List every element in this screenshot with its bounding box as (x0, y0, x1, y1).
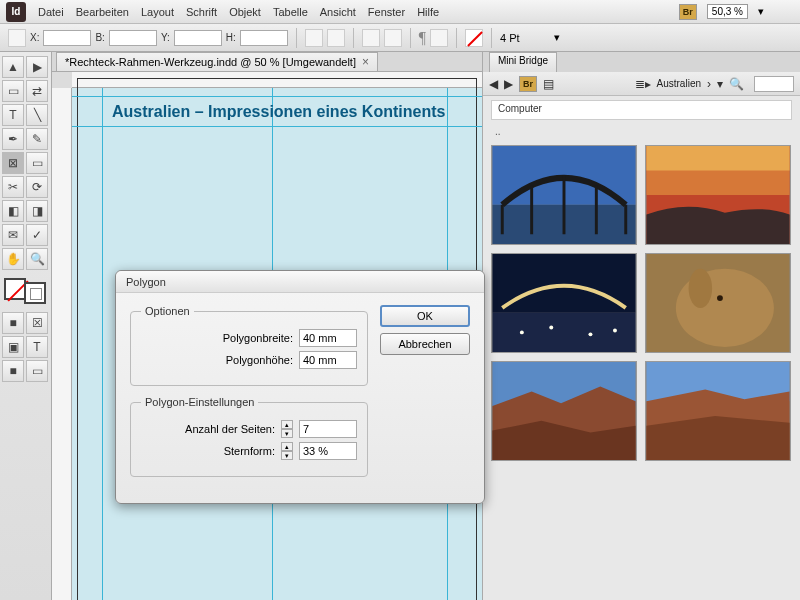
hand-tool-icon[interactable]: ✋ (2, 248, 24, 270)
direct-selection-tool-icon[interactable]: ▶ (26, 56, 48, 78)
scale-icon[interactable] (327, 29, 345, 47)
sides-spinner[interactable]: ▴▾ (281, 420, 293, 438)
svg-rect-4 (646, 146, 789, 171)
transform-tool-icon[interactable]: ⟳ (26, 176, 48, 198)
pen-tool-icon[interactable]: ✒ (2, 128, 24, 150)
menu-file[interactable]: Datei (38, 6, 64, 18)
chevron-right-icon[interactable]: › (707, 77, 711, 91)
menu-table[interactable]: Tabelle (273, 6, 308, 18)
x-field[interactable] (43, 30, 91, 46)
zoom-tool-icon[interactable]: 🔍 (26, 248, 48, 270)
flip-v-icon[interactable] (384, 29, 402, 47)
menu-help[interactable]: Hilfe (417, 6, 439, 18)
star-label: Sternform: (141, 445, 275, 457)
settings-legend: Polygon-Einstellungen (141, 396, 258, 408)
y-field[interactable] (174, 30, 222, 46)
options-legend: Optionen (141, 305, 194, 317)
menu-bar: Id Datei Bearbeiten Layout Schrift Objek… (0, 0, 800, 24)
menu-layout[interactable]: Layout (141, 6, 174, 18)
toolbox: ▲▶ ▭⇄ T╲ ✒✎ ⊠▭ ✂⟳ ◧◨ ✉✓ ✋🔍 ■☒ ▣T ■▭ (0, 52, 52, 600)
gradient-feather-tool-icon[interactable]: ◨ (26, 200, 48, 222)
guide-v[interactable] (102, 88, 103, 600)
zoom-level-field[interactable]: 50,3 % (707, 4, 748, 19)
fill-color-icon[interactable] (4, 278, 26, 300)
rotate-icon[interactable] (305, 29, 323, 47)
h-field[interactable] (240, 30, 288, 46)
bridge-badge-icon[interactable]: Br (679, 4, 697, 20)
h-label: H: (226, 32, 236, 43)
eyedropper-tool-icon[interactable]: ✓ (26, 224, 48, 246)
bridge-path-field[interactable]: Computer (491, 100, 792, 120)
menu-view[interactable]: Ansicht (320, 6, 356, 18)
type-tool-icon[interactable]: T (2, 104, 24, 126)
sides-label: Anzahl der Seiten: (141, 423, 275, 435)
vertical-ruler[interactable] (52, 88, 72, 600)
apply-color-icon[interactable]: ■ (2, 312, 24, 334)
thumbnail[interactable] (645, 145, 791, 245)
back-icon[interactable]: ◀ (489, 77, 498, 91)
apply-none-icon[interactable]: ☒ (26, 312, 48, 334)
normal-view-icon[interactable]: ■ (2, 360, 24, 382)
thumbnail[interactable] (491, 361, 637, 461)
forward-icon[interactable]: ▶ (504, 77, 513, 91)
breadcrumb[interactable]: Australien (657, 78, 701, 89)
filter-icon[interactable]: ▾ (717, 77, 723, 91)
gradient-tool-icon[interactable]: ◧ (2, 200, 24, 222)
thumbnail[interactable] (645, 361, 791, 461)
svg-point-9 (589, 332, 593, 336)
sides-field[interactable] (299, 420, 357, 438)
rectangle-tool-icon[interactable]: ▭ (26, 152, 48, 174)
document-tab[interactable]: *Rechteck-Rahmen-Werkzeug.indd @ 50 % [U… (56, 52, 378, 71)
note-tool-icon[interactable]: ✉ (2, 224, 24, 246)
menu-type[interactable]: Schrift (186, 6, 217, 18)
rectangle-frame-tool-icon[interactable]: ⊠ (2, 152, 24, 174)
flip-h-icon[interactable] (362, 29, 380, 47)
ok-button[interactable]: OK (380, 305, 470, 327)
reference-point-icon[interactable] (8, 29, 26, 47)
formatting-container-icon[interactable]: ▣ (2, 336, 24, 358)
folder-view-icon[interactable]: ▤ (543, 77, 554, 91)
thumbnail[interactable] (645, 253, 791, 353)
stroke-weight-field[interactable]: 4 Pt (500, 32, 550, 44)
gap-tool-icon[interactable]: ⇄ (26, 80, 48, 102)
menu-edit[interactable]: Bearbeiten (76, 6, 129, 18)
bridge-badge-icon[interactable]: Br (519, 76, 537, 92)
page-headline: Australien – Impressionen eines Kontinen… (112, 103, 445, 121)
thumbnail[interactable] (491, 253, 637, 353)
paragraph-style-icon[interactable]: ¶ (419, 29, 426, 47)
fill-stroke-swap[interactable] (2, 276, 48, 306)
search-icon[interactable]: 🔍 (729, 77, 744, 91)
preview-view-icon[interactable]: ▭ (26, 360, 48, 382)
polygon-height-field[interactable] (299, 351, 357, 369)
menu-object[interactable]: Objekt (229, 6, 261, 18)
thumbnail-grid (483, 145, 800, 461)
formatting-text-icon[interactable]: T (26, 336, 48, 358)
w-field[interactable] (109, 30, 157, 46)
star-field[interactable] (299, 442, 357, 460)
scissors-tool-icon[interactable]: ✂ (2, 176, 24, 198)
svg-point-10 (613, 328, 617, 332)
path-menu-icon[interactable]: ≣▸ (635, 77, 651, 91)
w-label: B: (95, 32, 104, 43)
thumbnail[interactable] (491, 145, 637, 245)
char-style-icon[interactable] (430, 29, 448, 47)
dropdown-icon[interactable]: ▾ (758, 5, 764, 18)
close-tab-icon[interactable]: × (362, 55, 369, 69)
star-spinner[interactable]: ▴▾ (281, 442, 293, 460)
page-tool-icon[interactable]: ▭ (2, 80, 24, 102)
mini-bridge-tab[interactable]: Mini Bridge (489, 52, 557, 72)
line-tool-icon[interactable]: ╲ (26, 104, 48, 126)
stroke-color-icon[interactable] (24, 282, 46, 304)
selection-tool-icon[interactable]: ▲ (2, 56, 24, 78)
pencil-tool-icon[interactable]: ✎ (26, 128, 48, 150)
cancel-button[interactable]: Abbrechen (380, 333, 470, 355)
svg-point-8 (549, 326, 553, 330)
polygon-width-field[interactable] (299, 329, 357, 347)
stroke-dropdown-icon[interactable]: ▾ (554, 31, 560, 44)
search-input[interactable] (754, 76, 794, 92)
x-label: X: (30, 32, 39, 43)
menu-window[interactable]: Fenster (368, 6, 405, 18)
dialog-titlebar[interactable]: Polygon (116, 271, 484, 293)
fill-none-icon[interactable] (465, 29, 483, 47)
bridge-up-folder[interactable]: .. (495, 126, 788, 137)
